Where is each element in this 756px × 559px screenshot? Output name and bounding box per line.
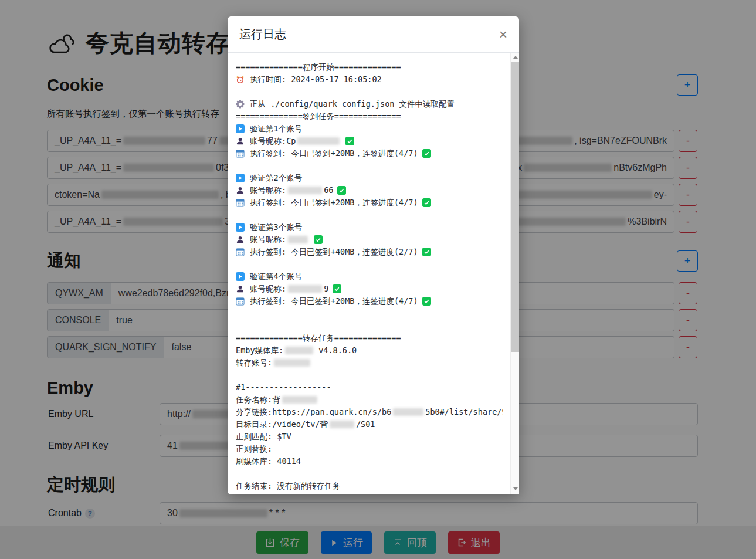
app-window: 夸克自动转存 Cookie + 所有账号执行签到，仅第一个账号执行转存 _UP_…: [0, 0, 756, 559]
log-line-blank: [236, 369, 503, 381]
log-line-regex-match: 正则匹配: $TV: [236, 431, 503, 443]
log-line-blank: [236, 209, 503, 221]
log-line-verify: 验证第2个账号: [236, 172, 503, 184]
person-icon: [236, 235, 245, 244]
redacted-text: [288, 285, 322, 293]
log-line-config: 正从 ./config/quark_config.json 文件中读取配置: [236, 98, 503, 110]
log-line-blank: [236, 258, 503, 270]
log-line-refresh-library: 刷媒体库: 40114: [236, 455, 503, 467]
check-icon: [422, 248, 431, 256]
log-line-emby: Emby媒体库: v4.8.6.0: [236, 344, 503, 357]
redacted-text: [288, 187, 322, 194]
person-icon: [236, 284, 245, 293]
calendar-icon: [236, 198, 245, 207]
redacted-text: [330, 421, 354, 428]
alarm-icon: [236, 75, 245, 84]
modal-title: 运行日志: [239, 26, 286, 42]
log-line-task-end: 任务结束: 没有新的转存任务: [236, 480, 503, 492]
log-line-sign: 执行签到: 今日已签到+20MB，连签进度(4/7): [236, 295, 503, 307]
log-line-sign: 执行签到: 今日已签到+40MB，连签进度(2/7): [236, 246, 503, 258]
scrollbar-thumb[interactable]: [511, 62, 519, 352]
log-line-separator: ==============转存任务==============: [236, 332, 503, 344]
log-line-blank: [236, 467, 503, 480]
check-icon: [337, 186, 346, 195]
calendar-icon: [236, 297, 245, 306]
log-line-verify: 验证第3个账号: [236, 221, 503, 233]
check-icon: [333, 284, 341, 293]
redacted-text: [393, 408, 423, 416]
close-icon[interactable]: ×: [499, 28, 507, 42]
check-icon: [422, 149, 431, 158]
log-line-verify: 验证第4个账号: [236, 270, 503, 283]
log-line-sign: 执行签到: 今日已签到+20MB，连签进度(4/7): [236, 197, 503, 209]
log-line-target-dir: 目标目录: /video/tv/背/S01: [236, 418, 503, 431]
log-line-blank: [236, 307, 503, 320]
log-line-share-link: 分享链接: https://pan.quark.cn/s/b65b0#/list…: [236, 406, 503, 418]
person-icon: [236, 137, 245, 145]
log-line-nickname: 账号昵称: 9: [236, 283, 503, 295]
gear-icon: [236, 100, 245, 109]
play-icon: [236, 124, 245, 133]
log-line-task-number: #1------------------: [236, 381, 503, 394]
log-line-blank: [236, 86, 503, 98]
redacted-text: [297, 137, 340, 145]
log-line-verify: 验证第1个账号: [236, 123, 503, 135]
log-line-task-name: 任务名称: 背: [236, 394, 503, 406]
check-icon: [314, 235, 323, 244]
person-icon: [236, 186, 245, 195]
log-line-nickname: 账号昵称: Cp: [236, 135, 503, 147]
check-icon: [422, 297, 431, 306]
log-output: ==============程序开始============== 执行时间: 2…: [236, 61, 503, 494]
check-icon: [422, 198, 431, 207]
calendar-icon: [236, 248, 245, 256]
modal-header: 运行日志 ×: [228, 16, 519, 53]
calendar-icon: [236, 149, 245, 158]
log-line-sign: 执行签到: 今日已签到+20MB，连签进度(4/7): [236, 147, 503, 160]
log-line-blank: [236, 320, 503, 332]
log-line-separator: ==============签到任务==============: [236, 110, 503, 123]
scrollbar[interactable]: [510, 53, 519, 494]
log-line-time: 执行时间: 2024-05-17 16:05:02: [236, 73, 503, 86]
redacted-text: [274, 359, 310, 367]
log-line-blank: [236, 160, 503, 172]
redacted-text: [285, 347, 313, 354]
redacted-text: [288, 236, 308, 243]
redacted-text: [282, 396, 317, 404]
log-line-transfer-account: 转存账号:: [236, 357, 503, 369]
play-icon: [236, 272, 245, 281]
log-line-regex-replace: 正则替换:: [236, 443, 503, 455]
log-line-separator: ==============程序开始==============: [236, 61, 503, 73]
log-line-nickname: 账号昵称: 66: [236, 184, 503, 197]
scrollbar-up-arrow-icon[interactable]: [511, 53, 519, 62]
play-icon: [236, 174, 245, 182]
check-icon: [345, 137, 354, 145]
play-icon: [236, 223, 245, 232]
run-log-modal: 运行日志 × ==============程序开始============== …: [228, 16, 519, 494]
modal-body: ==============程序开始============== 执行时间: 2…: [228, 53, 519, 494]
log-line-nickname: 账号昵称:: [236, 233, 503, 246]
scrollbar-down-arrow-icon[interactable]: [511, 485, 519, 493]
